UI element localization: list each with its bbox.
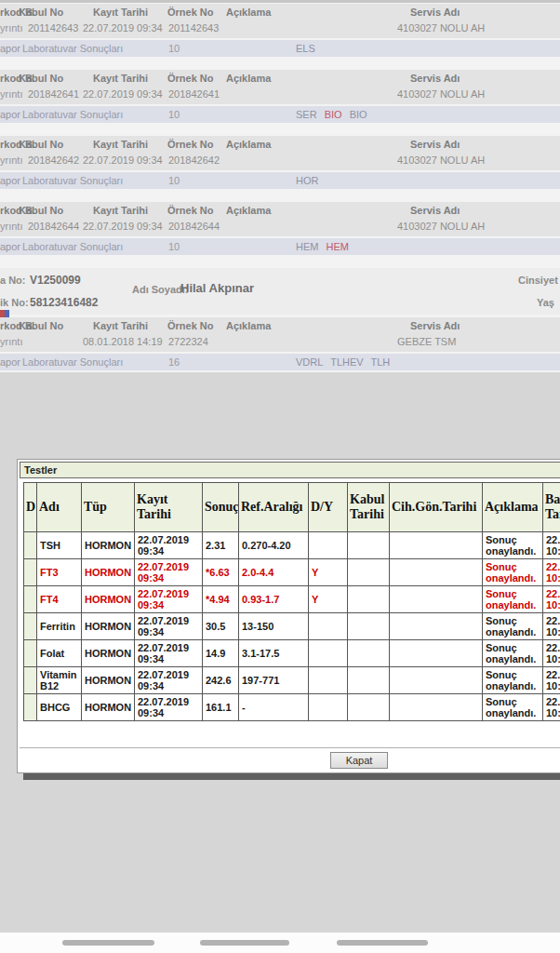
cell-kayit: 22.07.2019 09:34 bbox=[135, 640, 203, 667]
cell-barkod: 22.07.2019 10:11 bbox=[543, 532, 560, 559]
lab-result-label: Laboratuvar Sonuçları bbox=[22, 40, 123, 57]
top-divider bbox=[0, 0, 560, 3]
cell-cihgon bbox=[390, 586, 483, 613]
nav-handle-center[interactable] bbox=[200, 940, 289, 946]
col-adi: Adı bbox=[37, 483, 82, 532]
kabul-no: 201842644 bbox=[28, 221, 79, 232]
cell-dy bbox=[309, 694, 348, 721]
aciklama-col-label: Açıklama bbox=[226, 73, 271, 84]
test-row: BHCG HORMON 22.07.2019 09:34 161.1 - Son… bbox=[24, 694, 560, 721]
kayit-col-label: Kayıt Tarihi bbox=[93, 7, 148, 18]
record-report-row: apor Laboratuvar Sonuçları 10 HEM HEM bbox=[0, 238, 560, 255]
cell-tup: HORMON bbox=[82, 640, 135, 667]
report-link[interactable]: apor bbox=[0, 40, 20, 57]
cell-d bbox=[24, 694, 37, 721]
servis-col-label: Servis Adı bbox=[410, 73, 460, 84]
close-button[interactable]: Kapat bbox=[330, 752, 388, 769]
report-link[interactable]: apor bbox=[0, 172, 20, 189]
servis-col-label: Servis Adı bbox=[410, 205, 460, 216]
gender-label: Cinsiyet bbox=[518, 275, 558, 286]
record-row: rkod B. Kabul No Kayıt Tarihi Örnek No A… bbox=[0, 4, 560, 57]
nav-handle-right[interactable] bbox=[337, 940, 428, 946]
cell-d bbox=[24, 667, 37, 694]
ornek-no: 201842642 bbox=[168, 154, 220, 166]
servis-col-label: Servis Adı bbox=[410, 139, 460, 150]
col-barkod-tarihi: Barkod Tarihi bbox=[543, 483, 560, 532]
ornek-col-label: Örnek No bbox=[167, 73, 214, 84]
servis-adi: 4103027 NOLU AH bbox=[397, 22, 485, 34]
servis-adi: GEBZE TSM bbox=[397, 336, 456, 347]
servis-adi: 4103027 NOLU AH bbox=[397, 154, 485, 166]
report-link[interactable]: apor bbox=[0, 238, 20, 255]
test-tag-alert: BIO bbox=[325, 109, 342, 120]
kayit-col-label: Kayıt Tarihi bbox=[93, 205, 148, 216]
cell-ref: - bbox=[239, 694, 309, 721]
tests-dialog: Testler D Adı Tüp Kayıt Tarihi Sonuç Ref… bbox=[17, 459, 560, 773]
cell-tup: HORMON bbox=[82, 559, 135, 586]
detail-link[interactable]: yrıntı bbox=[0, 88, 22, 100]
ornek-col-label: Örnek No bbox=[167, 7, 214, 18]
cell-kayit: 22.07.2019 09:34 bbox=[135, 586, 203, 613]
detail-link[interactable]: yrıntı bbox=[0, 336, 22, 347]
age-label: Yaş bbox=[537, 297, 554, 308]
bottom-nav-bar bbox=[0, 933, 560, 953]
app-screen: rkod B. Kabul No Kayıt Tarihi Örnek No A… bbox=[0, 0, 560, 953]
aciklama-col-label: Açıklama bbox=[226, 7, 271, 18]
record-main: rkod B. Kabul No Kayıt Tarihi Örnek No A… bbox=[0, 317, 560, 352]
cell-barkod: 22.07.2019 10:11 bbox=[543, 586, 560, 613]
test-tag: TLH bbox=[371, 356, 391, 368]
cell-sonuc: 242.6 bbox=[203, 667, 239, 694]
record-report-row: apor Laboratuvar Sonuçları 10 HOR bbox=[0, 172, 560, 189]
aciklama-col-label: Açıklama bbox=[226, 205, 271, 216]
cell-aciklama: Sonuç onaylandı. bbox=[483, 667, 543, 694]
table-header-row: D Adı Tüp Kayıt Tarihi Sonuç Ref.Aralığı… bbox=[24, 483, 560, 532]
record-row: rkod B. Kabul No Kayıt Tarihi Örnek No A… bbox=[0, 136, 560, 189]
kabul-col-label: Kabul No bbox=[19, 73, 63, 84]
cell-ref: 2.0-4.4 bbox=[239, 559, 309, 586]
report-link[interactable]: apor bbox=[0, 354, 20, 370]
cell-kabul bbox=[348, 667, 390, 694]
patient-info: a No: V1250099 Adı Soyadı: Hilal Akpınar… bbox=[0, 268, 560, 315]
ornek-no: 201842644 bbox=[168, 221, 220, 232]
cell-cihgon bbox=[390, 694, 483, 721]
kabul-col-label: Kabul No bbox=[19, 320, 63, 331]
cell-aciklama: Sonuç onaylandı. bbox=[483, 694, 543, 721]
detail-link[interactable]: yrıntı bbox=[0, 221, 22, 232]
nav-handle-left[interactable] bbox=[62, 940, 154, 946]
cell-dy: Y bbox=[309, 586, 348, 613]
test-row-alert: FT4 HORMON 22.07.2019 09:34 *4.94 0.93-1… bbox=[24, 586, 560, 613]
lab-result-label: Laboratuvar Sonuçları bbox=[22, 238, 123, 255]
detail-link[interactable]: yrıntı bbox=[0, 154, 22, 166]
test-tags: HOR bbox=[296, 172, 323, 189]
id-no-value: 58123416482 bbox=[30, 296, 98, 309]
cell-d bbox=[24, 559, 37, 586]
cell-sonuc: *6.63 bbox=[203, 559, 239, 586]
kayit-tarihi: 22.07.2019 09:34 bbox=[83, 154, 163, 166]
cell-ref: 197-771 bbox=[239, 667, 309, 694]
ornek-col-label: Örnek No bbox=[167, 139, 214, 150]
cell-cihgon bbox=[390, 532, 483, 559]
kabul-col-label: Kabul No bbox=[19, 205, 63, 216]
test-tag: SER bbox=[296, 109, 317, 120]
test-tag: HOR bbox=[296, 175, 318, 186]
detail-link[interactable]: yrıntı bbox=[0, 22, 22, 34]
file-no-label: a No: bbox=[0, 275, 26, 286]
report-link[interactable]: apor bbox=[0, 106, 20, 123]
kayit-tarihi: 22.07.2019 09:34 bbox=[83, 22, 163, 34]
cell-ref: 3.1-17.5 bbox=[239, 640, 309, 667]
result-count: 10 bbox=[168, 40, 180, 57]
cell-kayit: 22.07.2019 09:34 bbox=[135, 532, 203, 559]
kabul-no: 201842642 bbox=[28, 154, 79, 166]
col-tup: Tüp bbox=[82, 483, 135, 532]
cell-d bbox=[24, 640, 37, 667]
cell-aciklama: Sonuç onaylandı. bbox=[483, 613, 543, 640]
cell-kayit: 22.07.2019 09:34 bbox=[135, 694, 203, 721]
test-tag: BIO bbox=[350, 109, 367, 120]
cell-kabul bbox=[348, 613, 390, 640]
cell-barkod: 22.07.2019 10:11 bbox=[543, 613, 560, 640]
record-main: rkod B. Kabul No Kayıt Tarihi Örnek No A… bbox=[0, 136, 560, 170]
cell-kabul bbox=[348, 694, 390, 721]
cell-aciklama: Sonuç onaylandı. bbox=[483, 559, 543, 586]
col-d: D bbox=[24, 483, 37, 532]
tests-table: D Adı Tüp Kayıt Tarihi Sonuç Ref.Aralığı… bbox=[23, 482, 560, 721]
